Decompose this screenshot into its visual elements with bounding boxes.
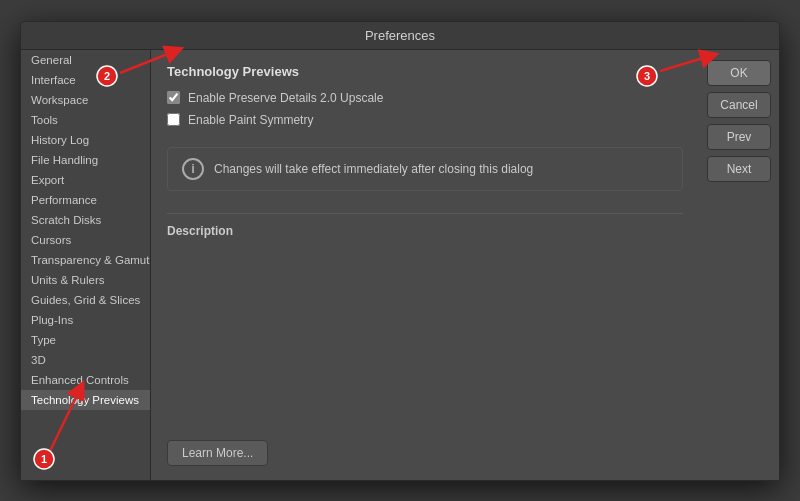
sidebar-item-tools[interactable]: Tools — [21, 110, 150, 130]
sidebar-item-enhanced-controls[interactable]: Enhanced Controls — [21, 370, 150, 390]
sidebar-item-file-handling[interactable]: File Handling — [21, 150, 150, 170]
sidebar-item-units-rulers[interactable]: Units & Rulers — [21, 270, 150, 290]
checkbox-row-2[interactable]: Enable Paint Symmetry — [167, 113, 683, 127]
sidebar-item-scratch-disks[interactable]: Scratch Disks — [21, 210, 150, 230]
learn-more-button[interactable]: Learn More... — [167, 440, 268, 466]
sidebar-item-plug-ins[interactable]: Plug-Ins — [21, 310, 150, 330]
sidebar-item-technology-previews[interactable]: Technology Previews — [21, 390, 150, 410]
sidebar-item-performance[interactable]: Performance — [21, 190, 150, 210]
sidebar-item-type[interactable]: Type — [21, 330, 150, 350]
main-content: Technology Previews Enable Preserve Deta… — [151, 50, 699, 480]
prev-button[interactable]: Prev — [707, 124, 771, 150]
description-title: Description — [167, 224, 683, 238]
sidebar: GeneralInterfaceWorkspaceToolsHistory Lo… — [21, 50, 151, 480]
description-area — [167, 246, 683, 326]
checkbox-preserve-details[interactable] — [167, 91, 180, 104]
sidebar-item-history-log[interactable]: History Log — [21, 130, 150, 150]
sidebar-item-cursors[interactable]: Cursors — [21, 230, 150, 250]
checkbox-row-1[interactable]: Enable Preserve Details 2.0 Upscale — [167, 91, 683, 105]
right-buttons: OK Cancel Prev Next — [699, 50, 779, 480]
dialog-title: Preferences — [21, 22, 779, 50]
info-text: Changes will take effect immediately aft… — [214, 162, 533, 176]
cancel-button[interactable]: Cancel — [707, 92, 771, 118]
sidebar-item-interface[interactable]: Interface — [21, 70, 150, 90]
ok-button[interactable]: OK — [707, 60, 771, 86]
divider — [167, 213, 683, 214]
sidebar-item-guides-grid-slices[interactable]: Guides, Grid & Slices — [21, 290, 150, 310]
info-icon: i — [182, 158, 204, 180]
sidebar-item-3d[interactable]: 3D — [21, 350, 150, 370]
section-title: Technology Previews — [167, 64, 683, 79]
sidebar-item-transparency-gamut[interactable]: Transparency & Gamut — [21, 250, 150, 270]
bottom-area: Description Learn More... — [167, 224, 683, 466]
checkbox-paint-symmetry[interactable] — [167, 113, 180, 126]
checkbox2-label: Enable Paint Symmetry — [188, 113, 313, 127]
next-button[interactable]: Next — [707, 156, 771, 182]
sidebar-item-general[interactable]: General — [21, 50, 150, 70]
info-box: i Changes will take effect immediately a… — [167, 147, 683, 191]
checkbox1-label: Enable Preserve Details 2.0 Upscale — [188, 91, 383, 105]
sidebar-item-workspace[interactable]: Workspace — [21, 90, 150, 110]
sidebar-item-export[interactable]: Export — [21, 170, 150, 190]
